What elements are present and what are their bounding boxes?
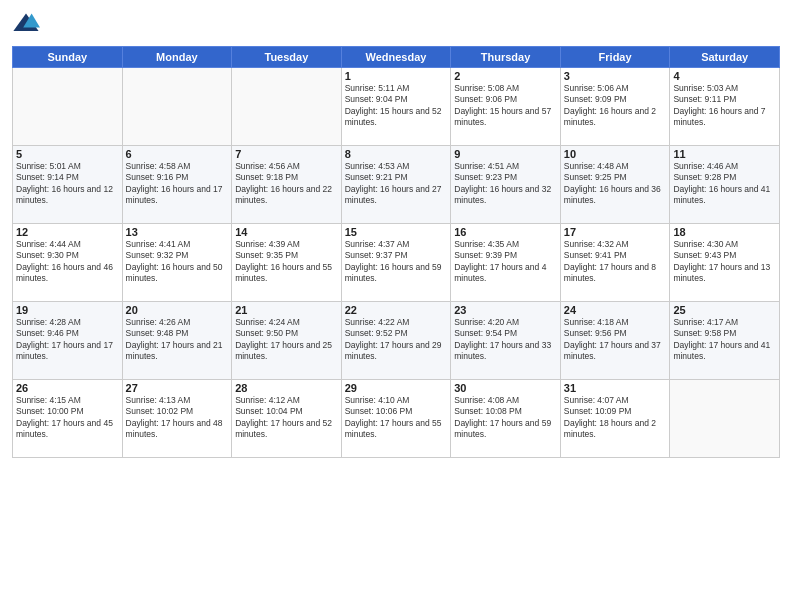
page: SundayMondayTuesdayWednesdayThursdayFrid…	[0, 0, 792, 612]
logo	[12, 10, 42, 38]
calendar-day-cell: 29Sunrise: 4:10 AM Sunset: 10:06 PM Dayl…	[341, 380, 451, 458]
day-number: 15	[345, 226, 448, 238]
day-info: Sunrise: 4:32 AM Sunset: 9:41 PM Dayligh…	[564, 239, 667, 285]
day-info: Sunrise: 4:10 AM Sunset: 10:06 PM Daylig…	[345, 395, 448, 441]
weekday-header: Thursday	[451, 47, 561, 68]
day-info: Sunrise: 4:13 AM Sunset: 10:02 PM Daylig…	[126, 395, 229, 441]
day-info: Sunrise: 5:01 AM Sunset: 9:14 PM Dayligh…	[16, 161, 119, 207]
calendar-day-cell: 16Sunrise: 4:35 AM Sunset: 9:39 PM Dayli…	[451, 224, 561, 302]
calendar-day-cell: 11Sunrise: 4:46 AM Sunset: 9:28 PM Dayli…	[670, 146, 780, 224]
day-info: Sunrise: 4:07 AM Sunset: 10:09 PM Daylig…	[564, 395, 667, 441]
day-info: Sunrise: 4:51 AM Sunset: 9:23 PM Dayligh…	[454, 161, 557, 207]
calendar-day-cell: 3Sunrise: 5:06 AM Sunset: 9:09 PM Daylig…	[560, 68, 670, 146]
day-info: Sunrise: 4:53 AM Sunset: 9:21 PM Dayligh…	[345, 161, 448, 207]
calendar-day-cell: 25Sunrise: 4:17 AM Sunset: 9:58 PM Dayli…	[670, 302, 780, 380]
day-info: Sunrise: 4:24 AM Sunset: 9:50 PM Dayligh…	[235, 317, 338, 363]
day-info: Sunrise: 4:46 AM Sunset: 9:28 PM Dayligh…	[673, 161, 776, 207]
weekday-header: Monday	[122, 47, 232, 68]
day-number: 20	[126, 304, 229, 316]
day-number: 3	[564, 70, 667, 82]
day-number: 22	[345, 304, 448, 316]
day-info: Sunrise: 4:22 AM Sunset: 9:52 PM Dayligh…	[345, 317, 448, 363]
day-number: 19	[16, 304, 119, 316]
day-number: 9	[454, 148, 557, 160]
day-info: Sunrise: 4:39 AM Sunset: 9:35 PM Dayligh…	[235, 239, 338, 285]
day-info: Sunrise: 4:56 AM Sunset: 9:18 PM Dayligh…	[235, 161, 338, 207]
day-number: 16	[454, 226, 557, 238]
day-number: 28	[235, 382, 338, 394]
calendar-day-cell: 24Sunrise: 4:18 AM Sunset: 9:56 PM Dayli…	[560, 302, 670, 380]
day-info: Sunrise: 4:35 AM Sunset: 9:39 PM Dayligh…	[454, 239, 557, 285]
day-info: Sunrise: 4:58 AM Sunset: 9:16 PM Dayligh…	[126, 161, 229, 207]
logo-icon	[12, 10, 40, 38]
calendar-day-cell	[232, 68, 342, 146]
day-info: Sunrise: 4:41 AM Sunset: 9:32 PM Dayligh…	[126, 239, 229, 285]
day-number: 27	[126, 382, 229, 394]
day-number: 30	[454, 382, 557, 394]
header	[12, 10, 780, 38]
day-info: Sunrise: 4:15 AM Sunset: 10:00 PM Daylig…	[16, 395, 119, 441]
weekday-header: Friday	[560, 47, 670, 68]
calendar-day-cell: 30Sunrise: 4:08 AM Sunset: 10:08 PM Dayl…	[451, 380, 561, 458]
day-number: 24	[564, 304, 667, 316]
calendar-day-cell: 14Sunrise: 4:39 AM Sunset: 9:35 PM Dayli…	[232, 224, 342, 302]
day-number: 11	[673, 148, 776, 160]
weekday-header-row: SundayMondayTuesdayWednesdayThursdayFrid…	[13, 47, 780, 68]
calendar-week-row: 12Sunrise: 4:44 AM Sunset: 9:30 PM Dayli…	[13, 224, 780, 302]
calendar-day-cell: 6Sunrise: 4:58 AM Sunset: 9:16 PM Daylig…	[122, 146, 232, 224]
calendar-day-cell: 1Sunrise: 5:11 AM Sunset: 9:04 PM Daylig…	[341, 68, 451, 146]
day-number: 29	[345, 382, 448, 394]
day-number: 23	[454, 304, 557, 316]
calendar-week-row: 1Sunrise: 5:11 AM Sunset: 9:04 PM Daylig…	[13, 68, 780, 146]
day-info: Sunrise: 4:12 AM Sunset: 10:04 PM Daylig…	[235, 395, 338, 441]
calendar-day-cell: 4Sunrise: 5:03 AM Sunset: 9:11 PM Daylig…	[670, 68, 780, 146]
calendar-day-cell: 22Sunrise: 4:22 AM Sunset: 9:52 PM Dayli…	[341, 302, 451, 380]
calendar-day-cell: 21Sunrise: 4:24 AM Sunset: 9:50 PM Dayli…	[232, 302, 342, 380]
calendar-day-cell: 27Sunrise: 4:13 AM Sunset: 10:02 PM Dayl…	[122, 380, 232, 458]
calendar-day-cell: 13Sunrise: 4:41 AM Sunset: 9:32 PM Dayli…	[122, 224, 232, 302]
calendar-day-cell	[670, 380, 780, 458]
day-number: 25	[673, 304, 776, 316]
day-info: Sunrise: 4:08 AM Sunset: 10:08 PM Daylig…	[454, 395, 557, 441]
day-number: 31	[564, 382, 667, 394]
day-number: 10	[564, 148, 667, 160]
day-number: 17	[564, 226, 667, 238]
calendar-day-cell: 19Sunrise: 4:28 AM Sunset: 9:46 PM Dayli…	[13, 302, 123, 380]
calendar-table: SundayMondayTuesdayWednesdayThursdayFrid…	[12, 46, 780, 458]
day-info: Sunrise: 4:17 AM Sunset: 9:58 PM Dayligh…	[673, 317, 776, 363]
day-number: 13	[126, 226, 229, 238]
calendar-day-cell: 8Sunrise: 4:53 AM Sunset: 9:21 PM Daylig…	[341, 146, 451, 224]
calendar-day-cell: 31Sunrise: 4:07 AM Sunset: 10:09 PM Dayl…	[560, 380, 670, 458]
day-info: Sunrise: 4:30 AM Sunset: 9:43 PM Dayligh…	[673, 239, 776, 285]
day-number: 14	[235, 226, 338, 238]
day-info: Sunrise: 4:26 AM Sunset: 9:48 PM Dayligh…	[126, 317, 229, 363]
calendar-day-cell: 15Sunrise: 4:37 AM Sunset: 9:37 PM Dayli…	[341, 224, 451, 302]
calendar-day-cell: 9Sunrise: 4:51 AM Sunset: 9:23 PM Daylig…	[451, 146, 561, 224]
day-number: 6	[126, 148, 229, 160]
calendar-day-cell: 28Sunrise: 4:12 AM Sunset: 10:04 PM Dayl…	[232, 380, 342, 458]
weekday-header: Tuesday	[232, 47, 342, 68]
day-info: Sunrise: 5:06 AM Sunset: 9:09 PM Dayligh…	[564, 83, 667, 129]
day-info: Sunrise: 4:20 AM Sunset: 9:54 PM Dayligh…	[454, 317, 557, 363]
day-number: 12	[16, 226, 119, 238]
day-number: 1	[345, 70, 448, 82]
day-info: Sunrise: 5:08 AM Sunset: 9:06 PM Dayligh…	[454, 83, 557, 129]
weekday-header: Sunday	[13, 47, 123, 68]
calendar-day-cell: 5Sunrise: 5:01 AM Sunset: 9:14 PM Daylig…	[13, 146, 123, 224]
calendar-day-cell	[13, 68, 123, 146]
day-info: Sunrise: 4:18 AM Sunset: 9:56 PM Dayligh…	[564, 317, 667, 363]
calendar-day-cell	[122, 68, 232, 146]
day-number: 5	[16, 148, 119, 160]
weekday-header: Wednesday	[341, 47, 451, 68]
day-info: Sunrise: 5:03 AM Sunset: 9:11 PM Dayligh…	[673, 83, 776, 129]
day-number: 21	[235, 304, 338, 316]
calendar-day-cell: 12Sunrise: 4:44 AM Sunset: 9:30 PM Dayli…	[13, 224, 123, 302]
calendar-day-cell: 17Sunrise: 4:32 AM Sunset: 9:41 PM Dayli…	[560, 224, 670, 302]
calendar-day-cell: 26Sunrise: 4:15 AM Sunset: 10:00 PM Dayl…	[13, 380, 123, 458]
day-number: 7	[235, 148, 338, 160]
day-info: Sunrise: 4:48 AM Sunset: 9:25 PM Dayligh…	[564, 161, 667, 207]
day-number: 18	[673, 226, 776, 238]
weekday-header: Saturday	[670, 47, 780, 68]
day-info: Sunrise: 4:44 AM Sunset: 9:30 PM Dayligh…	[16, 239, 119, 285]
calendar-day-cell: 20Sunrise: 4:26 AM Sunset: 9:48 PM Dayli…	[122, 302, 232, 380]
